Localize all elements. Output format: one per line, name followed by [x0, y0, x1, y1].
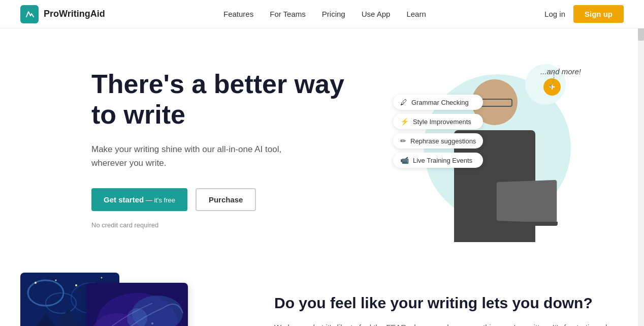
hero-illustration: 🖊 Grammar Checking ⚡ Style Improvements … [356, 59, 624, 242]
rephrase-icon: ✏ [400, 137, 406, 145]
hero-subtitle: Make your writing shine with our all-in-… [91, 142, 305, 170]
section2-body: We know what it's like to feel the FEAR … [274, 321, 624, 326]
brand-name: ProWritingAid [44, 9, 105, 19]
hero-title: There's a better way to write [91, 69, 356, 130]
navigation: ProWritingAid Features For Teams Pricing… [0, 0, 644, 28]
hero-content: There's a better way to write Make your … [91, 59, 356, 229]
svg-point-23 [151, 322, 153, 324]
hero-section: There's a better way to write Make your … [0, 28, 644, 262]
no-credit-text: No credit card required [91, 221, 356, 229]
style-icon: ⚡ [400, 117, 409, 126]
feature-pills-container: 🖊 Grammar Checking ⚡ Style Improvements … [393, 95, 483, 168]
nav-link-features[interactable]: Features [223, 10, 253, 18]
scrollbar-track[interactable] [638, 0, 644, 326]
nav-link-for-teams[interactable]: For Teams [270, 10, 306, 18]
section2-title: Do you feel like your writing lets you d… [274, 293, 624, 313]
pill-style: ⚡ Style Improvements [393, 114, 483, 129]
nav-link-learn[interactable]: Learn [406, 10, 426, 18]
grammar-icon: 🖊 [400, 98, 407, 106]
nav-link-use-app[interactable]: Use App [362, 10, 391, 18]
logo-icon [20, 5, 39, 23]
nav-link-pricing[interactable]: Pricing [322, 10, 345, 18]
log-in-button[interactable]: Log in [544, 10, 565, 18]
section2-text: Do you feel like your writing lets you d… [274, 273, 624, 326]
pill-grammar: 🖊 Grammar Checking [393, 95, 483, 110]
purchase-button[interactable]: Purchase [196, 188, 256, 211]
pill-training: 📹 Live Training Events [393, 153, 483, 168]
artwork-front [86, 283, 188, 326]
training-icon: 📹 [400, 156, 409, 164]
svg-point-8 [75, 284, 77, 286]
arrow-decoration [533, 69, 558, 90]
svg-point-9 [101, 277, 103, 279]
section2: My idea in my head Do you feel like your… [0, 262, 644, 326]
pill-rephrase: ✏ Rephrase suggestions [393, 133, 483, 149]
nav-links: Features For Teams Pricing Use App Learn [223, 10, 426, 18]
get-started-button[interactable]: Get started — it's free [91, 188, 187, 211]
svg-point-6 [35, 282, 37, 284]
sign-up-button[interactable]: Sign up [573, 5, 624, 23]
nav-actions: Log in Sign up [544, 5, 624, 23]
hero-buttons: Get started — it's free Purchase [91, 188, 356, 211]
section2-artwork: My idea in my head [20, 273, 244, 326]
nav-brand: ProWritingAid [20, 5, 105, 23]
svg-point-7 [55, 280, 57, 281]
